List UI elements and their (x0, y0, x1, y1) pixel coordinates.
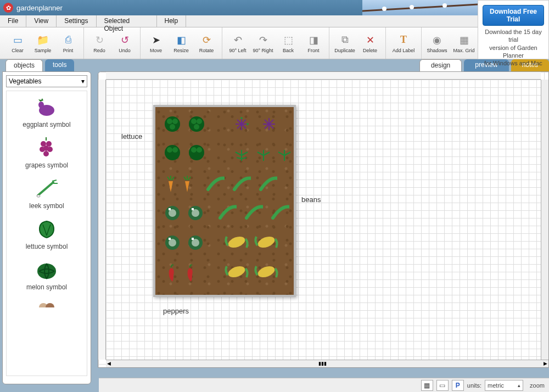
plant-purple-sprout[interactable] (232, 115, 251, 133)
p-icon: P (456, 382, 460, 389)
sample-button[interactable]: 📁Sample (31, 30, 55, 57)
svg-point-55 (256, 264, 276, 279)
plant-corn[interactable] (225, 262, 249, 281)
redo-button[interactable]: ↻Redo (87, 30, 111, 57)
svg-point-21 (191, 119, 197, 124)
clear-button[interactable]: ▭Clear (5, 30, 30, 57)
object-label: grapes symbol (9, 161, 85, 169)
scrollbar-horizontal[interactable]: ◀▮▮▮▶ (106, 360, 548, 367)
svg-point-28 (240, 117, 243, 119)
plant-corn[interactable] (225, 232, 249, 251)
menu-help[interactable]: Help (157, 15, 187, 27)
download-trial-button[interactable]: Download Free Trial (483, 5, 544, 26)
workspace: objects tools Vegetables ▾ eggplant symb… (0, 59, 549, 392)
tab-objects[interactable]: objects (5, 59, 43, 71)
move-icon: ➤ (149, 33, 163, 47)
plant-herb[interactable] (254, 145, 273, 164)
plant-bean[interactable] (232, 174, 251, 193)
print-button[interactable]: ⎙Print (56, 30, 80, 57)
scrollbar-vertical[interactable] (541, 80, 548, 360)
bring-front-icon: ◨ (307, 33, 320, 47)
plant-cabbage[interactable] (163, 204, 182, 222)
duplicate-icon: ⧉ (338, 33, 351, 47)
eggplant-icon (33, 97, 60, 119)
plant-carrot[interactable] (180, 175, 198, 194)
menu-settings[interactable]: Settings (57, 15, 96, 27)
properties-button[interactable]: P (452, 380, 464, 391)
plant-corn[interactable] (254, 232, 278, 251)
design-canvas[interactable]: ◀▮▮▮▶ lettuce beans peppers (98, 71, 549, 368)
plant-pepper[interactable] (163, 264, 182, 283)
rotate-right-icon: ↷ (256, 33, 270, 47)
shadows-button[interactable]: ◉Shadows (425, 30, 449, 57)
object-grapes[interactable]: grapes symbol (9, 134, 85, 175)
move-button[interactable]: ➤Move (144, 30, 168, 57)
plant-herb[interactable] (232, 145, 251, 164)
delete-button[interactable]: ✕Delete (358, 30, 382, 57)
menu-file[interactable]: File (0, 15, 26, 27)
plant-purple-sprout[interactable] (260, 115, 278, 133)
plant-lettuce[interactable] (187, 115, 206, 133)
garden-bed[interactable] (153, 105, 296, 297)
svg-point-11 (43, 151, 49, 156)
plant-cabbage[interactable] (186, 204, 205, 222)
duplicate-button[interactable]: ⧉Duplicate (333, 30, 357, 57)
menu-selected-object[interactable]: Selected Object (97, 15, 157, 27)
plant-bean[interactable] (271, 203, 289, 221)
menu-view[interactable]: View (26, 15, 57, 27)
svg-point-38 (191, 147, 197, 153)
svg-point-2 (410, 5, 414, 9)
rotate-left-button[interactable]: ↶90° Left (226, 30, 250, 57)
mushroom-icon (33, 300, 60, 307)
object-melon[interactable]: melon symbol (9, 256, 85, 296)
plant-pepper[interactable] (182, 264, 200, 283)
rotate-button[interactable]: ⟳Rotate (194, 30, 219, 57)
tab-tools[interactable]: tools (45, 59, 74, 71)
plant-bean[interactable] (259, 174, 277, 193)
canvas-label-lettuce[interactable]: lettuce (121, 132, 142, 141)
svg-line-0 (362, 4, 478, 11)
send-back-button[interactable]: ⬚Back (276, 30, 300, 57)
plant-herb[interactable] (275, 145, 294, 164)
plant-bean[interactable] (244, 203, 263, 221)
tab-design[interactable]: design (419, 59, 462, 71)
plant-lettuce[interactable] (163, 143, 182, 162)
ruler-icon: ▭ (439, 382, 445, 389)
ruler-vertical (98, 80, 106, 360)
plant-corn[interactable] (254, 262, 278, 281)
units-dropdown[interactable]: metric ▴ (485, 380, 523, 391)
max-grid-button[interactable]: ▦Max. Grid (450, 30, 478, 57)
ruler-toggle-button[interactable]: ▭ (436, 380, 449, 391)
bring-front-button[interactable]: ◨Front (301, 30, 326, 57)
object-leek[interactable]: leek symbol (9, 175, 85, 215)
plant-bean[interactable] (206, 174, 225, 193)
grid-icon: ▦ (457, 33, 470, 47)
leek-icon (33, 178, 60, 200)
chevron-down-icon: ▾ (81, 77, 85, 85)
plant-bean[interactable] (218, 203, 237, 221)
add-label-icon: T (397, 33, 410, 47)
plant-lettuce[interactable] (163, 115, 182, 133)
object-eggplant[interactable]: eggplant symbol (9, 93, 85, 134)
plant-cabbage[interactable] (186, 233, 205, 252)
canvas-label-peppers[interactable]: peppers (163, 307, 189, 315)
object-partial[interactable] (9, 296, 85, 307)
rotate-right-button[interactable]: ↷90° Right (251, 30, 275, 57)
object-list[interactable]: eggplant symbol grapes symbol leek symbo… (6, 91, 87, 376)
plant-carrot[interactable] (163, 175, 182, 194)
plant-lettuce[interactable] (187, 143, 206, 162)
grid-toggle-button[interactable]: ▦ (421, 380, 433, 391)
ruler-horizontal (106, 72, 541, 80)
canvas-label-beans[interactable]: beans (301, 195, 321, 204)
resize-button[interactable]: ◧Resize (169, 30, 193, 57)
object-lettuce[interactable]: lettuce symbol (9, 215, 85, 256)
promo-sky-image (362, 0, 478, 15)
plant-cabbage[interactable] (163, 233, 182, 252)
undo-button[interactable]: ↺Undo (113, 30, 137, 57)
svg-point-36 (172, 147, 178, 153)
category-dropdown[interactable]: Vegetables ▾ (6, 75, 87, 87)
add-label-button[interactable]: TAdd Label (389, 30, 418, 57)
svg-point-22 (197, 119, 202, 124)
svg-point-18 (172, 119, 178, 124)
svg-point-50 (192, 239, 199, 247)
